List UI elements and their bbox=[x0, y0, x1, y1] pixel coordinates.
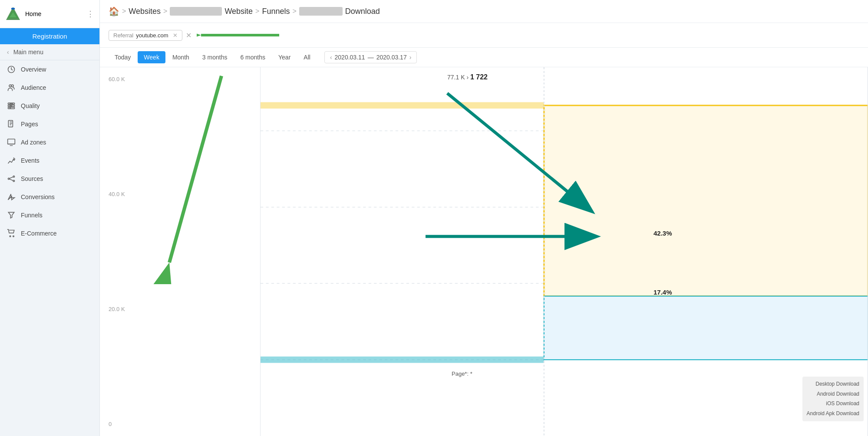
date-to: 2020.03.17 bbox=[376, 54, 407, 61]
sidebar-item-ad-zones[interactable]: Ad zones bbox=[0, 133, 99, 151]
main-menu-button[interactable]: ‹ Main menu bbox=[0, 44, 99, 60]
legend-item-1: Desktop Download bbox=[807, 379, 859, 389]
funnel-pct-1: 42.3% bbox=[653, 229, 672, 237]
funnel-svg bbox=[261, 67, 868, 436]
svg-marker-29 bbox=[544, 105, 868, 296]
funnel-top-value: 77.1 K bbox=[447, 74, 465, 81]
sidebar: Home ⋮ Registration ‹ Main menu Overview… bbox=[0, 0, 100, 436]
app-logo bbox=[5, 6, 21, 22]
referral-remove-icon[interactable]: ✕ bbox=[173, 32, 178, 39]
sidebar-title: Home bbox=[25, 10, 41, 17]
y-label-60k: 60.0 K bbox=[109, 76, 256, 82]
breadcrumb-funnels[interactable]: Funnels bbox=[262, 7, 290, 16]
chart-area: 60.0 K 40.0 K 20.0 K 0 bbox=[100, 67, 868, 436]
breadcrumb-website-label: Website bbox=[224, 7, 253, 16]
funnel-chart: 77.1 K › 1 722 42.3% 17.4% Page*: * Desk… bbox=[261, 67, 868, 436]
sidebar-item-sources-label: Sources bbox=[21, 175, 43, 182]
funnels-icon bbox=[7, 211, 16, 220]
green-arrow-horizontal bbox=[197, 27, 284, 43]
main-content: 🏠 > Websites > Website > Funnels > Downl… bbox=[100, 0, 868, 436]
svg-line-24 bbox=[169, 76, 221, 262]
tab-year[interactable]: Year bbox=[272, 51, 297, 63]
funnel-legend: Desktop Download Android Download iOS Do… bbox=[802, 377, 864, 421]
sidebar-item-events[interactable]: Events bbox=[0, 151, 99, 170]
sidebar-item-audience-label: Audience bbox=[21, 84, 46, 91]
y-label-40k: 40.0 K bbox=[109, 191, 256, 197]
sidebar-item-funnels[interactable]: Funnels bbox=[0, 206, 99, 224]
sidebar-item-events-label: Events bbox=[21, 157, 40, 164]
breadcrumb-funnel-name bbox=[299, 7, 343, 16]
funnel-top-label: 77.1 K › 1 722 bbox=[447, 73, 488, 81]
sidebar-item-pages-label: Pages bbox=[21, 121, 38, 128]
sidebar-item-conversions-label: Conversions bbox=[21, 193, 55, 200]
tab-6months[interactable]: 6 months bbox=[234, 51, 271, 63]
svg-point-15 bbox=[8, 178, 10, 179]
referral-filter-tag: Referral youtube.com ✕ bbox=[109, 30, 182, 41]
audience-icon bbox=[7, 83, 16, 92]
svg-rect-14 bbox=[8, 139, 15, 144]
filter-bar: Referral youtube.com ✕ ✕ bbox=[100, 23, 868, 48]
legend-item-2: Android Download bbox=[807, 389, 859, 399]
chevron-left-icon: ‹ bbox=[7, 49, 9, 56]
sidebar-menu-dots[interactable]: ⋮ bbox=[86, 9, 94, 19]
sidebar-item-pages[interactable]: Pages bbox=[0, 115, 99, 133]
y-label-20k: 20.0 K bbox=[109, 306, 256, 312]
svg-point-19 bbox=[10, 236, 11, 237]
events-icon bbox=[7, 156, 16, 165]
legend-item-3: iOS Download bbox=[807, 399, 859, 409]
breadcrumb-website-name bbox=[170, 7, 222, 16]
sources-icon bbox=[7, 174, 16, 183]
ecommerce-icon bbox=[7, 229, 16, 238]
tab-month[interactable]: Month bbox=[166, 51, 195, 63]
sidebar-item-overview-label: Overview bbox=[21, 66, 46, 73]
home-icon[interactable]: 🏠 bbox=[109, 6, 119, 16]
funnel-converted-value: 1 722 bbox=[470, 73, 488, 81]
svg-rect-9 bbox=[8, 107, 15, 108]
breadcrumb-sep-1: > bbox=[122, 7, 126, 15]
date-from: 2020.03.11 bbox=[335, 54, 365, 61]
tab-all[interactable]: All bbox=[297, 51, 317, 63]
sidebar-item-funnels-label: Funnels bbox=[21, 212, 43, 219]
funnel-pct-2: 17.4% bbox=[653, 288, 672, 296]
date-next-icon[interactable]: › bbox=[409, 54, 412, 61]
breadcrumb-sep-3: > bbox=[255, 7, 259, 15]
svg-point-6 bbox=[11, 85, 13, 87]
breadcrumb-download: Download bbox=[345, 7, 380, 16]
svg-marker-30 bbox=[544, 296, 868, 360]
registration-button[interactable]: Registration bbox=[0, 28, 99, 44]
date-prev-icon[interactable]: ‹ bbox=[330, 54, 332, 61]
date-range: ‹ 2020.03.11 — 2020.03.17 › bbox=[324, 51, 417, 63]
pages-icon bbox=[7, 120, 16, 128]
breadcrumb-websites[interactable]: Websites bbox=[129, 7, 161, 16]
svg-point-16 bbox=[13, 176, 14, 177]
sidebar-item-quality[interactable]: Quality bbox=[0, 97, 99, 115]
svg-marker-32 bbox=[261, 357, 544, 363]
sidebar-item-overview[interactable]: Overview bbox=[0, 60, 99, 79]
sidebar-item-ecommerce-label: E-Commerce bbox=[21, 230, 56, 237]
sidebar-item-quality-label: Quality bbox=[21, 102, 40, 109]
sidebar-header: Home ⋮ bbox=[0, 0, 99, 28]
breadcrumb-sep-2: > bbox=[163, 7, 167, 15]
ad-zones-icon bbox=[7, 138, 16, 147]
legend-item-4: Android Apk Download bbox=[807, 409, 859, 419]
referral-label: Referral bbox=[113, 32, 133, 39]
filter-clear-icon[interactable]: ✕ bbox=[186, 31, 191, 39]
tab-3months[interactable]: 3 months bbox=[196, 51, 234, 63]
breadcrumb-sep-4: > bbox=[292, 7, 296, 15]
chart-left-axis: 60.0 K 40.0 K 20.0 K 0 bbox=[100, 67, 261, 436]
tab-week[interactable]: Week bbox=[138, 51, 165, 63]
date-range-sep: — bbox=[368, 54, 374, 61]
green-arrow-diagonal bbox=[126, 67, 248, 284]
quality-icon bbox=[7, 102, 16, 110]
sidebar-item-sources[interactable]: Sources bbox=[0, 170, 99, 188]
svg-point-17 bbox=[13, 180, 14, 181]
date-tabs: Today Week Month 3 months 6 months Year … bbox=[100, 48, 868, 67]
tab-today[interactable]: Today bbox=[109, 51, 137, 63]
sidebar-item-audience[interactable]: Audience bbox=[0, 79, 99, 97]
sidebar-item-ecommerce[interactable]: E-Commerce bbox=[0, 224, 99, 243]
funnel-top-sep: › bbox=[466, 74, 470, 81]
main-menu-label: Main menu bbox=[13, 49, 43, 56]
sidebar-item-ad-zones-label: Ad zones bbox=[21, 139, 46, 146]
sidebar-item-conversions[interactable]: Conversions bbox=[0, 188, 99, 206]
overview-icon bbox=[7, 65, 16, 74]
